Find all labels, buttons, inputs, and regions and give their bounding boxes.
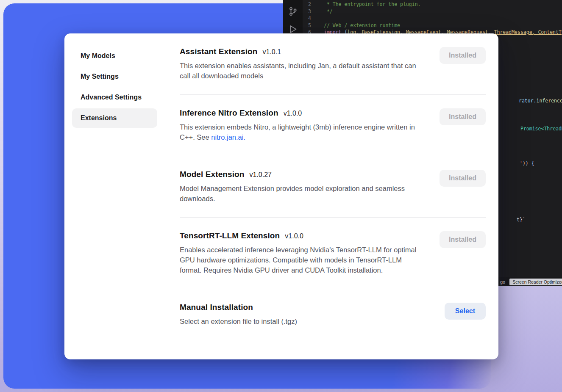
line-number: 2	[303, 1, 318, 8]
installed-button[interactable]: Installed	[440, 108, 486, 125]
installed-button[interactable]: Installed	[440, 170, 486, 187]
extension-version: v1.0.0	[284, 110, 302, 117]
extension-info: TensortRT-LLM Extension v1.0.0 Enables a…	[180, 231, 423, 275]
extension-row-model: Model Extension v1.0.27 Model Management…	[180, 156, 486, 218]
code-text	[318, 15, 324, 22]
code-text: t}	[517, 217, 523, 223]
sidebar-item-label: My Models	[81, 52, 115, 60]
extension-title: TensortRT-LLM Extension	[180, 231, 280, 240]
screen-reader-optimized-badge[interactable]: Screen Reader Optimized	[509, 279, 562, 285]
extension-title-line: Inference Nitro Extension v1.0.0	[180, 108, 423, 118]
code-line: 4	[303, 15, 562, 22]
sidebar-item-label: Advanced Settings	[81, 94, 142, 101]
manual-installation-row: Manual Installation Select an extension …	[180, 289, 486, 340]
extension-title-line: Assistant Extension v1.0.1	[180, 47, 423, 56]
extension-description: This extension enables assistants, inclu…	[180, 61, 423, 81]
extension-row-tensorrt-llm: TensortRT-LLM Extension v1.0.0 Enables a…	[180, 218, 486, 289]
extension-description: Enables accelerated inference leveraging…	[180, 245, 423, 275]
source-control-icon[interactable]	[287, 6, 298, 17]
code-line: 2 * The entrypoint for the plugin.	[303, 1, 562, 8]
code-fragment: t}`	[517, 216, 526, 224]
sidebar-item-label: My Settings	[81, 73, 119, 80]
sidebar-item-my-models[interactable]: My Models	[72, 46, 157, 66]
sidebar-item-advanced-settings[interactable]: Advanced Settings	[72, 88, 157, 107]
code-fragment: ')) {	[520, 160, 534, 167]
extension-title-line: Manual Installation	[180, 303, 423, 312]
extension-title-line: Model Extension v1.0.27	[180, 170, 423, 179]
line-number: 5	[303, 22, 318, 29]
extension-version: v1.0.1	[263, 48, 281, 56]
extension-info: Manual Installation Select an extension …	[180, 303, 423, 326]
code-text: '	[520, 160, 523, 166]
line-number: 3	[303, 8, 318, 15]
select-file-button[interactable]: Select	[445, 303, 486, 320]
sidebar-item-my-settings[interactable]: My Settings	[72, 67, 157, 86]
settings-sidebar: My Models My Settings Advanced Settings …	[64, 33, 165, 359]
code-text: */	[318, 8, 333, 15]
code-text: // Web / extension runtime	[318, 22, 400, 29]
manual-installation-description: Select an extension file to install (.tg…	[180, 316, 423, 326]
extension-info: Inference Nitro Extension v1.0.0 This ex…	[180, 108, 423, 142]
extension-title-line: TensortRT-LLM Extension v1.0.0	[180, 231, 423, 240]
extension-description: Model Management Extension provides mode…	[180, 183, 423, 204]
extension-info: Assistant Extension v1.0.1 This extensio…	[180, 47, 423, 81]
extension-row-inference-nitro: Inference Nitro Extension v1.0.0 This ex…	[180, 95, 486, 156]
sidebar-item-label: Extensions	[81, 114, 117, 122]
installed-button[interactable]: Installed	[440, 231, 486, 248]
extension-info: Model Extension v1.0.27 Model Management…	[180, 170, 423, 204]
code-line: 3 */	[303, 8, 562, 15]
code-text: `	[523, 217, 526, 223]
nitro-jan-ai-link[interactable]: nitro.jan.ai.	[211, 133, 245, 141]
extension-title: Assistant Extension	[180, 47, 258, 56]
line-number: 4	[303, 15, 318, 22]
sidebar-item-extensions[interactable]: Extensions	[72, 108, 157, 128]
settings-modal: My Models My Settings Advanced Settings …	[64, 33, 498, 359]
desktop: 2 * The entrypoint for the plugin. 3 */ …	[0, 0, 562, 392]
extension-description: This extension embeds Nitro, a lightweig…	[180, 122, 423, 142]
manual-installation-title: Manual Installation	[180, 303, 253, 312]
status-bar-item[interactable]: go	[500, 279, 505, 284]
extension-row-assistant: Assistant Extension v1.0.1 This extensio…	[180, 33, 486, 95]
extensions-list: Assistant Extension v1.0.1 This extensio…	[165, 33, 498, 359]
extension-title: Model Extension	[180, 170, 244, 179]
code-text: * The entrypoint for the plugin.	[318, 1, 420, 8]
code-fragment: Promise<ThreadMessage>	[520, 125, 562, 133]
code-text: )) {	[523, 160, 534, 166]
code-fragment: rator.inference(data));	[519, 97, 562, 105]
extension-version: v1.0.27	[249, 171, 271, 179]
code-text: rator.	[519, 98, 537, 104]
code-text: inference	[537, 98, 562, 104]
extension-version: v1.0.0	[285, 232, 303, 240]
extension-title: Inference Nitro Extension	[180, 108, 278, 118]
code-line: 5 // Web / extension runtime	[303, 22, 562, 29]
installed-button[interactable]: Installed	[440, 47, 486, 64]
